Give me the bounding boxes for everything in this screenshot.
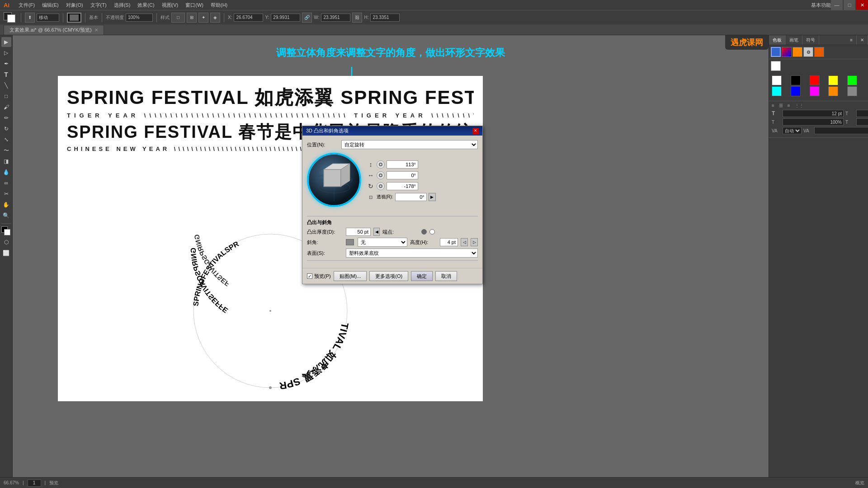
x-input[interactable]: 26.6704: [234, 14, 263, 22]
scale-tool[interactable]: ⤡: [1, 135, 11, 145]
page-input[interactable]: [28, 479, 41, 487]
symbol-tool[interactable]: ⬡: [1, 237, 11, 247]
line-tool[interactable]: ╲: [1, 80, 11, 90]
panel-menu-icon[interactable]: ≡: [846, 35, 857, 45]
color-mode-btn-3[interactable]: [793, 47, 802, 57]
height-input[interactable]: [440, 238, 458, 246]
move-tool-btn[interactable]: ⬆: [25, 13, 35, 23]
height-toggle-1[interactable]: ◁: [461, 238, 468, 246]
font-size-input[interactable]: [783, 110, 844, 117]
scissors-tool[interactable]: ✂: [1, 189, 11, 199]
gradient-tool[interactable]: ◨: [1, 156, 11, 166]
angle3-circle[interactable]: [377, 182, 385, 190]
tab-swatches[interactable]: 色板: [769, 35, 786, 45]
angle1-input[interactable]: [387, 160, 418, 169]
rotate-tool[interactable]: ↻: [1, 124, 11, 134]
paintbrush-tool[interactable]: 🖌: [1, 102, 11, 112]
angle2-input[interactable]: [387, 171, 418, 179]
preview-checkbox[interactable]: ✓: [307, 273, 312, 279]
scale-input[interactable]: [856, 118, 868, 126]
preview-checkbox-label[interactable]: ✓ 预览(P): [307, 273, 331, 280]
align-center-icon[interactable]: ☰: [779, 103, 783, 108]
pencil-tool[interactable]: ✏: [1, 113, 11, 123]
menu-edit[interactable]: 编辑(E): [42, 2, 59, 9]
menu-help[interactable]: 帮助(H): [211, 2, 227, 9]
zoom-tool[interactable]: 🔍: [1, 211, 11, 221]
track-input[interactable]: [814, 127, 868, 134]
position-select[interactable]: 自定旋转: [341, 140, 478, 149]
more-options-button[interactable]: 更多选项(O): [369, 271, 408, 281]
document-tab[interactable]: 文素效果.ai* @ 66.67% (CMYK/预览) ✕: [4, 25, 104, 35]
color-mode-btn-4[interactable]: ⚙: [803, 47, 813, 57]
tab-brushes[interactable]: 画笔: [786, 35, 802, 45]
swatch-cyan[interactable]: [772, 86, 782, 96]
color-mode-btn-1[interactable]: [771, 47, 781, 57]
warp-tool[interactable]: 〜: [1, 145, 11, 155]
minimize-btn[interactable]: —: [831, 0, 843, 10]
pathfinder-icon[interactable]: ◈: [210, 13, 220, 23]
white-swatch[interactable]: [771, 61, 781, 71]
swatch-green[interactable]: [847, 75, 857, 85]
maximize-btn[interactable]: □: [844, 0, 855, 10]
ok-button[interactable]: 确定: [411, 271, 433, 281]
pen-tool[interactable]: ✒: [1, 59, 11, 69]
menu-window[interactable]: 窗口(W): [185, 2, 203, 9]
depth-decrease[interactable]: ◀: [373, 228, 380, 236]
swatch-white[interactable]: [772, 75, 782, 85]
menu-text[interactable]: 文字(T): [90, 2, 107, 9]
artboard-tool[interactable]: ⬜: [1, 248, 11, 258]
color-mode-btn-5[interactable]: [814, 47, 824, 57]
menu-object[interactable]: 对象(O): [66, 2, 83, 9]
align-icon[interactable]: ⊞: [187, 13, 197, 23]
endpoint-radio-2[interactable]: [429, 229, 435, 235]
perspective-input[interactable]: [395, 193, 427, 201]
swatch-blue[interactable]: [791, 86, 801, 96]
map-button[interactable]: 贴图(M)...: [334, 271, 367, 281]
surface-select[interactable]: 塑料效果底纹: [346, 249, 478, 258]
style-box[interactable]: □: [171, 13, 185, 23]
hand-tool[interactable]: ✋: [1, 200, 11, 210]
fill-stroke-mini[interactable]: [1, 226, 11, 236]
bevel-select[interactable]: 无: [358, 238, 407, 247]
kern-select[interactable]: 自动: [783, 127, 802, 134]
fill-stroke-widget[interactable]: [4, 12, 17, 23]
cancel-button[interactable]: 取消: [435, 271, 457, 281]
perspective-expand[interactable]: ▶: [429, 193, 436, 201]
dialog-close-icon[interactable]: ✕: [472, 128, 479, 134]
swatch-magenta[interactable]: [810, 86, 820, 96]
swatch-gray[interactable]: [847, 86, 857, 96]
h-input[interactable]: 23.3351: [370, 14, 400, 22]
stroke-box[interactable]: [67, 13, 81, 23]
move-input[interactable]: [37, 14, 59, 22]
swatch-red[interactable]: [810, 75, 820, 85]
w-input[interactable]: 23.3951: [321, 14, 350, 22]
opacity-input[interactable]: [126, 14, 153, 22]
tracking-input[interactable]: [856, 110, 868, 117]
transform-icon[interactable]: ✦: [198, 13, 208, 23]
menu-select[interactable]: 选择(S): [114, 2, 131, 9]
tab-symbols[interactable]: 符号: [802, 35, 819, 45]
tab-close-icon[interactable]: ✕: [94, 28, 98, 33]
endpoint-radio-1[interactable]: [421, 229, 427, 235]
direct-select-tool[interactable]: ▷: [1, 48, 11, 58]
y-input[interactable]: 29.9931: [271, 14, 300, 22]
leading-input[interactable]: [783, 118, 844, 126]
swatch-black[interactable]: [791, 75, 801, 85]
height-toggle-2[interactable]: ▷: [471, 238, 478, 246]
close-btn[interactable]: ✕: [856, 0, 868, 10]
angle2-circle[interactable]: [377, 171, 385, 179]
link-icon[interactable]: 🔗: [302, 13, 312, 23]
selection-tool[interactable]: ▶: [1, 37, 11, 47]
swatch-orange[interactable]: [828, 86, 838, 96]
menu-view[interactable]: 视图(V): [162, 2, 179, 9]
constrain-icon[interactable]: ⛓: [352, 13, 362, 23]
type-tool[interactable]: T: [1, 70, 11, 80]
menu-effect[interactable]: 效果(C): [137, 2, 154, 9]
justify-icon[interactable]: ⋮⋮: [795, 103, 804, 108]
panel-close-icon[interactable]: ✕: [857, 35, 868, 45]
align-left-icon[interactable]: ≡: [772, 103, 774, 108]
blend-tool[interactable]: ∞: [1, 178, 11, 188]
eyedropper-tool[interactable]: 💧: [1, 167, 11, 177]
menu-file[interactable]: 文件(F): [19, 2, 35, 9]
swatch-yellow[interactable]: [828, 75, 838, 85]
